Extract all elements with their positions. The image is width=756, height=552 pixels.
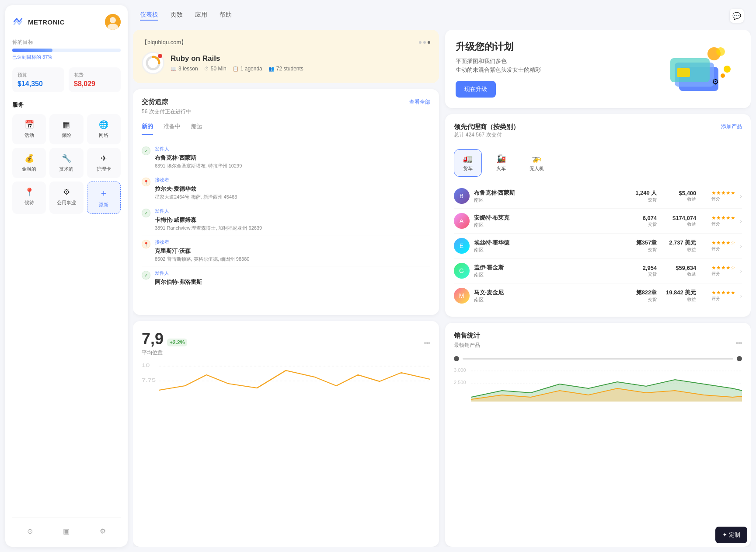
sidebar-header: METRONIC <box>12 14 121 30</box>
dealer-rating: ★★★★☆ 评分 <box>700 265 735 277</box>
dealer-rev-label: 收益 <box>661 271 696 277</box>
nav-pages[interactable]: 页数 <box>171 11 183 21</box>
service-public[interactable]: ⚙ 公用事业 <box>49 182 83 214</box>
customize-button[interactable]: ✦ 定制 <box>715 527 747 543</box>
duration-value: 50 Min <box>211 66 226 72</box>
range-slider[interactable] <box>454 356 742 361</box>
stars: ★★★★★ <box>711 215 735 221</box>
sales-title: 销售统计 <box>454 332 480 340</box>
tab-shipping[interactable]: 船运 <box>191 122 202 135</box>
rating-label: 评分 <box>711 246 735 252</box>
main-area: 仪表板 页数 应用 帮助 💬 【biqubiqu.com】 <box>133 0 756 552</box>
card-icon[interactable]: ▣ <box>60 524 72 538</box>
layers-icon[interactable]: ⊙ <box>24 524 35 538</box>
svg-point-15 <box>721 73 725 78</box>
avatar[interactable] <box>105 14 121 30</box>
nav-dashboard[interactable]: 仪表板 <box>140 11 158 21</box>
course-logo <box>142 52 164 74</box>
tab-preparing[interactable]: 准备中 <box>164 122 181 135</box>
vehicle-tab-drone[interactable]: 🚁 无人机 <box>520 149 553 177</box>
tech-icon: 🔧 <box>62 154 71 163</box>
add-product-button[interactable]: 添加产品 <box>721 123 742 130</box>
service-network[interactable]: 🌐 网络 <box>87 114 121 144</box>
svg-point-13 <box>716 47 725 56</box>
delivery-title: 交货追踪 <box>142 98 168 106</box>
service-insurance[interactable]: ▦ 保险 <box>49 114 83 144</box>
dealer-revenue: $174,074 收益 <box>661 215 696 227</box>
nav-apps[interactable]: 应用 <box>195 11 207 21</box>
dealer-stat: 1,240 人 交货 <box>631 189 657 203</box>
service-finance[interactable]: 💰 金融的 <box>12 148 46 178</box>
sales-menu[interactable]: ••• <box>736 340 742 346</box>
duration-item: ⏱ 50 Min <box>204 66 226 72</box>
rating-label: 评分 <box>711 296 735 302</box>
logo-icon <box>12 16 24 28</box>
dealer-arrow[interactable]: › <box>740 267 742 274</box>
service-wait[interactable]: 📍 候待 <box>12 182 46 214</box>
dealer-tx-label: 交货 <box>631 297 657 303</box>
dealer-tx-label: 交货 <box>631 221 657 227</box>
insurance-icon: ▦ <box>63 120 70 129</box>
dealer-avatar: M <box>454 288 470 304</box>
dealer-revenue: 19,842 美元 收益 <box>661 289 696 303</box>
slider-left-handle[interactable] <box>454 356 459 361</box>
vehicle-tab-train[interactable]: 🚂 火车 <box>487 149 515 177</box>
sender-name: 卡梅伦·威廉姆森 <box>155 216 262 224</box>
wait-icon: 📍 <box>24 187 34 197</box>
dealer-arrow[interactable]: › <box>740 192 742 199</box>
avg-pos-value: 7,9 <box>142 330 164 348</box>
activity-icon: 📅 <box>24 120 34 129</box>
dealer-arrow[interactable]: › <box>740 292 742 299</box>
dealer-rating: ★★★★☆ 评分 <box>700 240 735 252</box>
course-logo-dot <box>158 54 162 58</box>
sender-label: 发件人 <box>155 208 262 214</box>
right-column: 升级您的计划 平面插图和我们多色 生动的未混合紫色头发女士的精彩 现在升级 <box>445 30 751 547</box>
nav-help[interactable]: 帮助 <box>219 11 232 21</box>
dealer-arrow[interactable]: › <box>740 242 742 249</box>
upgrade-card: 升级您的计划 平面插图和我们多色 生动的未混合紫色头发女士的精彩 现在升级 <box>445 30 751 108</box>
upgrade-button[interactable]: 现在升级 <box>456 81 496 98</box>
sales-title-group: 销售统计 最畅销产品 <box>454 332 480 354</box>
service-activity[interactable]: 📅 活动 <box>12 114 46 144</box>
service-tech[interactable]: 🔧 技术的 <box>49 148 83 178</box>
delivery-tabs: 新的 准备中 船运 <box>142 122 430 135</box>
service-nurse[interactable]: ✈ 护理卡 <box>87 148 121 178</box>
dealer-header: 领先代理商（按类别） 总计 424,567 次交付 添加产品 <box>454 123 742 146</box>
chat-icon[interactable]: 💬 <box>730 9 744 23</box>
avg-pos-menu[interactable]: ••• <box>424 340 430 346</box>
delivery-item: 📍 接收者 克里斯汀·沃森 8502 普雷斯顿路, 英格尔伍德, 缅因州 983… <box>142 235 430 266</box>
sales-stats-card: 销售统计 最畅销产品 ••• 3,000 2,500 <box>445 323 751 547</box>
budget-card: 预算 $14,350 <box>12 67 64 92</box>
dealer-tx-label: 交货 <box>631 197 657 203</box>
brand-name: METRONIC <box>28 18 65 26</box>
insurance-label: 保险 <box>62 132 71 139</box>
budget-value: $14,350 <box>17 80 59 88</box>
upgrade-illustration: ⚙ <box>662 43 740 95</box>
svg-text:3,000: 3,000 <box>454 367 466 372</box>
service-add[interactable]: ＋ 添新 <box>87 182 121 214</box>
spend-label: 花费 <box>74 72 115 78</box>
slider-right-handle[interactable] <box>737 356 742 361</box>
course-url-row: 【biqubiqu.com】 <box>142 38 430 46</box>
view-all-link[interactable]: 查看全部 <box>409 98 430 106</box>
settings-icon[interactable]: ⚙ <box>97 524 108 538</box>
train-icon: 🚂 <box>496 154 506 164</box>
dealer-name: 埃丝特·霍华德 <box>474 239 627 247</box>
tab-new[interactable]: 新的 <box>142 122 153 135</box>
agenda-value: 1 agenda <box>240 66 262 72</box>
logo-area: METRONIC <box>12 16 65 28</box>
delivery-header: 交货追踪 查看全部 <box>142 98 430 106</box>
svg-text:2,500: 2,500 <box>454 380 466 384</box>
upgrade-desc-line1: 平面插图和我们多色 <box>456 58 507 64</box>
vehicle-tab-truck[interactable]: 🚛 货车 <box>454 149 482 177</box>
dealer-tx-value: 第822章 <box>631 289 657 297</box>
upgrade-desc: 平面插图和我们多色 生动的未混合紫色头发女士的精彩 <box>456 57 541 74</box>
dealer-tx-value: 2,954 <box>631 265 657 271</box>
dealer-region: 南区 <box>474 272 627 278</box>
dealer-tx-label: 交货 <box>631 271 657 277</box>
rating-label: 评分 <box>711 271 735 277</box>
dealer-arrow[interactable]: › <box>740 217 742 224</box>
rating-label: 评分 <box>711 196 735 202</box>
agenda-icon: 📋 <box>233 66 239 72</box>
delivery-item: 📍 接收者 拉尔夫·爱德华兹 星家大道2464号 梅萨, 新泽西州 45463 <box>142 173 430 204</box>
